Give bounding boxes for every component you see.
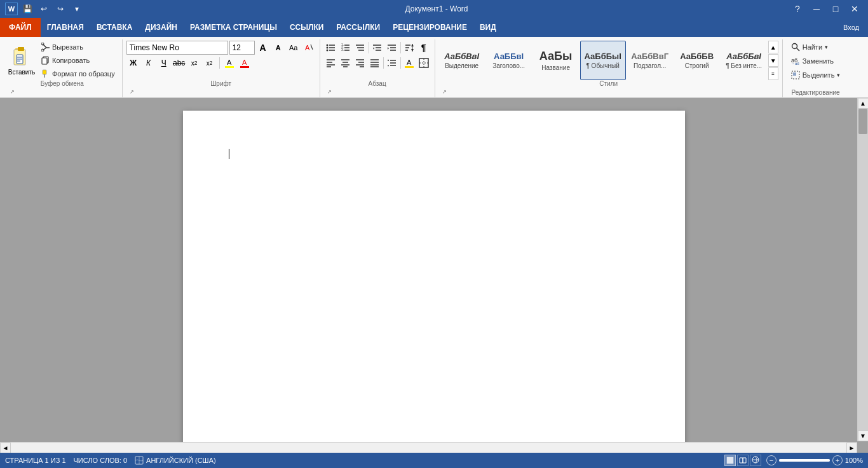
- style-item-2[interactable]: АаБы Название: [533, 41, 579, 80]
- view-menu-item[interactable]: ВИД: [473, 18, 503, 37]
- horizontal-scrollbar[interactable]: ◄ ►: [0, 442, 857, 453]
- strikethrough-button[interactable]: abc: [172, 56, 186, 70]
- style-item-5[interactable]: АаБбБВ Строгий: [674, 41, 720, 80]
- scroll-up-button[interactable]: ▲: [858, 98, 869, 109]
- zoom-out-button[interactable]: −: [766, 455, 776, 465]
- scroll-track[interactable]: [858, 109, 868, 430]
- layout-menu-item[interactable]: РАЗМЕТКА СТРАНИЦЫ: [184, 18, 283, 37]
- decrease-indent-icon: [372, 43, 383, 53]
- multilevel-button[interactable]: [353, 41, 367, 55]
- find-icon: [791, 43, 800, 52]
- styles-more[interactable]: ≡: [768, 67, 778, 80]
- font-expand-btn[interactable]: ↗: [128, 87, 137, 96]
- web-view-button[interactable]: [750, 455, 761, 466]
- show-marks-button[interactable]: ¶: [417, 41, 431, 55]
- case-button[interactable]: Aa: [287, 41, 301, 55]
- styles-scroll-up[interactable]: ▲: [768, 41, 778, 53]
- increase-font-button[interactable]: A: [256, 41, 270, 55]
- borders-button[interactable]: [417, 56, 431, 70]
- font-color-button[interactable]: A: [238, 56, 252, 70]
- review-menu-item[interactable]: РЕЦЕНЗИРОВАНИЕ: [386, 18, 473, 37]
- find-button[interactable]: Найти ▾: [787, 41, 832, 53]
- highlight-button[interactable]: A: [222, 56, 236, 70]
- decrease-indent-button[interactable]: [370, 41, 384, 55]
- align-left-button[interactable]: [324, 56, 338, 70]
- vertical-scrollbar[interactable]: ▲ ▼: [857, 98, 868, 441]
- bullets-button[interactable]: [324, 41, 338, 55]
- scroll-right-button[interactable]: ►: [846, 443, 857, 453]
- select-dropdown-arrow: ▾: [837, 72, 840, 78]
- insert-menu-item[interactable]: ВСТАВКА: [90, 18, 139, 37]
- paragraph-content: 1.2.3.: [324, 41, 431, 80]
- align-center-button[interactable]: [339, 56, 353, 70]
- zoom-in-button[interactable]: +: [832, 455, 843, 465]
- separator: [400, 57, 401, 69]
- svg-rect-74: [793, 72, 796, 76]
- style-item-4[interactable]: АаБбВвГ Подзагол...: [627, 41, 673, 80]
- mailings-menu-item[interactable]: РАССЫЛКИ: [330, 18, 386, 37]
- bullets-icon: [326, 43, 336, 53]
- design-menu-item[interactable]: ДИЗАЙН: [139, 18, 184, 37]
- style-item-0[interactable]: АаБбВвI Выделение: [439, 41, 485, 80]
- svg-point-8: [41, 43, 44, 45]
- qat-save-button[interactable]: 💾: [20, 2, 34, 16]
- help-button[interactable]: ?: [789, 1, 806, 17]
- document-area[interactable]: ▲ ▼ ◄ ►: [0, 98, 868, 453]
- qat-redo-button[interactable]: ↪: [53, 2, 67, 16]
- increase-indent-button[interactable]: [385, 41, 399, 55]
- qat-dropdown-button[interactable]: ▾: [70, 2, 84, 16]
- paste-button[interactable]: Вставить: [6, 41, 37, 80]
- print-layout-button[interactable]: [724, 455, 736, 466]
- scroll-thumb[interactable]: [858, 109, 867, 134]
- italic-button[interactable]: К: [142, 56, 156, 70]
- read-mode-button[interactable]: [737, 455, 749, 466]
- login-button[interactable]: Вход: [839, 22, 863, 32]
- font-color-icon: A: [240, 59, 249, 68]
- font-size-input[interactable]: [229, 41, 255, 55]
- language-indicator[interactable]: АНГЛИЙСКИЙ (США): [135, 456, 216, 465]
- minimize-button[interactable]: ─: [808, 1, 825, 17]
- align-right-button[interactable]: [353, 56, 367, 70]
- close-button[interactable]: ✕: [846, 1, 863, 17]
- paste-icon: [10, 46, 33, 69]
- qat-undo-button[interactable]: ↩: [37, 2, 51, 16]
- clear-format-button[interactable]: A: [302, 41, 316, 55]
- svg-point-69: [792, 44, 797, 49]
- zoom-slider[interactable]: [779, 459, 830, 462]
- restore-button[interactable]: □: [827, 1, 844, 17]
- style-item-1[interactable]: АаББвI Заголово...: [486, 41, 532, 80]
- line-spacing-button[interactable]: [385, 56, 399, 70]
- paragraph-expand-btn[interactable]: ↗: [325, 87, 334, 96]
- underline-button[interactable]: Ч: [157, 56, 171, 70]
- style-item-6[interactable]: АаБбБвI ¶ Без инте...: [721, 41, 767, 80]
- superscript-button[interactable]: x2: [203, 56, 217, 70]
- references-menu-item[interactable]: ССЫЛКИ: [283, 18, 330, 37]
- subscript-button[interactable]: x2: [187, 56, 201, 70]
- style-item-3[interactable]: АаБбБыI ¶ Обычный: [580, 41, 626, 80]
- numbering-button[interactable]: 1.2.3.: [339, 41, 353, 55]
- styles-expand-btn[interactable]: ↗: [440, 87, 449, 96]
- scroll-left-button[interactable]: ◄: [0, 443, 11, 453]
- clipboard-expand-btn[interactable]: ↗: [8, 87, 17, 96]
- decrease-font-button[interactable]: A: [271, 41, 285, 55]
- styles-scroll-down[interactable]: ▼: [768, 54, 778, 67]
- document-page[interactable]: [183, 111, 685, 453]
- style-preview-5: АаБбБВ: [680, 52, 714, 61]
- sort-button[interactable]: [402, 41, 416, 55]
- replace-button[interactable]: аб→аб Заменить: [787, 55, 838, 67]
- select-button[interactable]: Выделить ▾: [787, 69, 845, 81]
- zoom-level[interactable]: 100%: [845, 457, 863, 464]
- font-name-input[interactable]: [126, 41, 228, 55]
- bold-button[interactable]: Ж: [126, 56, 140, 70]
- cut-button[interactable]: Вырезать: [38, 41, 118, 53]
- shading-button[interactable]: A: [402, 56, 416, 70]
- justify-button[interactable]: [368, 56, 382, 70]
- scroll-down-button[interactable]: ▼: [858, 430, 869, 441]
- svg-marker-64: [388, 59, 389, 61]
- file-menu-item[interactable]: ФАЙЛ: [0, 18, 41, 37]
- format-painter-button[interactable]: Формат по образцу: [38, 67, 118, 80]
- copy-button[interactable]: Копировать: [38, 54, 118, 67]
- editing-group-label: Редактирование: [787, 89, 845, 97]
- menu-right: Вход: [839, 18, 868, 37]
- home-menu-item[interactable]: ГЛАВНАЯ: [41, 18, 90, 37]
